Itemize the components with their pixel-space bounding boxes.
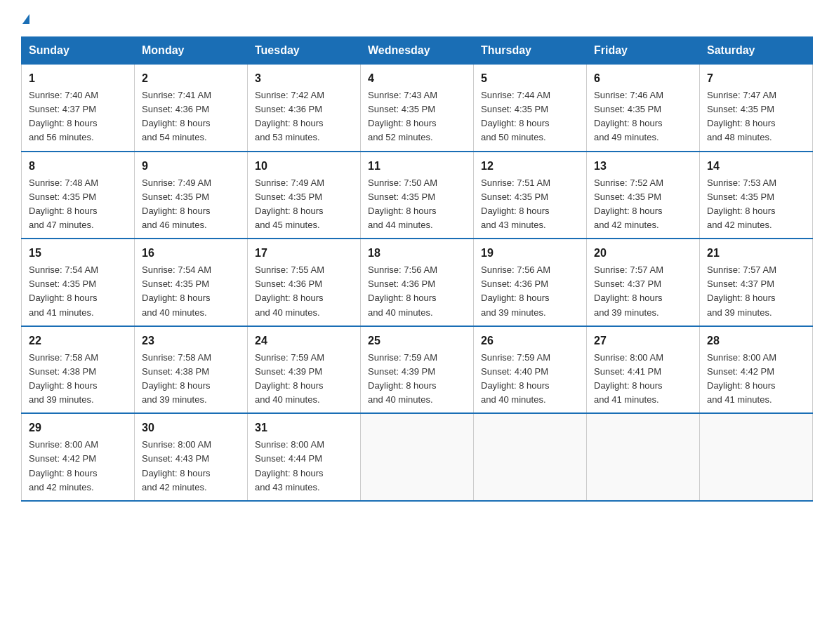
calendar-week-row: 15 Sunrise: 7:54 AM Sunset: 4:35 PM Dayl… (22, 239, 813, 326)
calendar-day-cell: 18 Sunrise: 7:56 AM Sunset: 4:36 PM Dayl… (361, 239, 474, 326)
calendar-day-cell: 31 Sunrise: 8:00 AM Sunset: 4:44 PM Dayl… (248, 413, 361, 501)
day-info: Sunrise: 7:58 AM Sunset: 4:38 PM Dayligh… (29, 351, 127, 408)
calendar-day-cell: 4 Sunrise: 7:43 AM Sunset: 4:35 PM Dayli… (361, 65, 474, 152)
day-info: Sunrise: 7:48 AM Sunset: 4:35 PM Dayligh… (29, 176, 127, 233)
day-of-week-header-saturday: Saturday (700, 37, 813, 65)
day-number: 14 (707, 158, 805, 175)
day-number: 16 (142, 245, 240, 262)
calendar-day-cell: 25 Sunrise: 7:59 AM Sunset: 4:39 PM Dayl… (361, 326, 474, 414)
day-info: Sunrise: 7:59 AM Sunset: 4:40 PM Dayligh… (481, 351, 579, 408)
day-number: 31 (255, 420, 353, 436)
day-of-week-header-tuesday: Tuesday (248, 37, 361, 65)
calendar-week-row: 29 Sunrise: 8:00 AM Sunset: 4:42 PM Dayl… (22, 413, 813, 501)
calendar-day-cell: 3 Sunrise: 7:42 AM Sunset: 4:36 PM Dayli… (248, 65, 361, 152)
day-info: Sunrise: 8:00 AM Sunset: 4:42 PM Dayligh… (707, 351, 805, 408)
day-number: 18 (368, 245, 466, 262)
day-info: Sunrise: 8:00 AM Sunset: 4:43 PM Dayligh… (142, 438, 240, 495)
calendar-day-cell: 27 Sunrise: 8:00 AM Sunset: 4:41 PM Dayl… (587, 326, 700, 414)
calendar-day-cell: 16 Sunrise: 7:54 AM Sunset: 4:35 PM Dayl… (135, 239, 248, 326)
calendar-day-cell: 7 Sunrise: 7:47 AM Sunset: 4:35 PM Dayli… (700, 65, 813, 152)
day-number: 22 (29, 333, 127, 349)
calendar-day-cell: 5 Sunrise: 7:44 AM Sunset: 4:35 PM Dayli… (474, 65, 587, 152)
day-info: Sunrise: 7:56 AM Sunset: 4:36 PM Dayligh… (368, 263, 466, 320)
calendar-day-cell (587, 413, 700, 501)
calendar-day-cell (361, 413, 474, 501)
day-number: 30 (142, 420, 240, 436)
day-of-week-header-sunday: Sunday (22, 37, 135, 65)
day-number: 8 (29, 158, 127, 175)
day-info: Sunrise: 7:43 AM Sunset: 4:35 PM Dayligh… (368, 88, 466, 145)
day-info: Sunrise: 7:59 AM Sunset: 4:39 PM Dayligh… (255, 351, 353, 408)
day-number: 29 (29, 420, 127, 436)
day-of-week-header-friday: Friday (587, 37, 700, 65)
day-info: Sunrise: 7:50 AM Sunset: 4:35 PM Dayligh… (368, 176, 466, 233)
day-number: 21 (707, 245, 805, 262)
calendar-day-cell: 20 Sunrise: 7:57 AM Sunset: 4:37 PM Dayl… (587, 239, 700, 326)
calendar-day-cell: 10 Sunrise: 7:49 AM Sunset: 4:35 PM Dayl… (248, 152, 361, 239)
day-info: Sunrise: 7:41 AM Sunset: 4:36 PM Dayligh… (142, 88, 240, 145)
day-number: 9 (142, 158, 240, 175)
day-info: Sunrise: 7:55 AM Sunset: 4:36 PM Dayligh… (255, 263, 353, 320)
day-of-week-header-thursday: Thursday (474, 37, 587, 65)
day-info: Sunrise: 7:46 AM Sunset: 4:35 PM Dayligh… (594, 88, 692, 145)
day-number: 17 (255, 245, 353, 262)
day-number: 5 (481, 70, 579, 87)
day-number: 13 (594, 158, 692, 175)
calendar-day-cell: 8 Sunrise: 7:48 AM Sunset: 4:35 PM Dayli… (22, 152, 135, 239)
day-info: Sunrise: 7:42 AM Sunset: 4:36 PM Dayligh… (255, 88, 353, 145)
day-number: 24 (255, 333, 353, 349)
day-info: Sunrise: 7:54 AM Sunset: 4:35 PM Dayligh… (142, 263, 240, 320)
calendar-day-cell: 21 Sunrise: 7:57 AM Sunset: 4:37 PM Dayl… (700, 239, 813, 326)
day-info: Sunrise: 7:40 AM Sunset: 4:37 PM Dayligh… (29, 88, 127, 145)
calendar-day-cell: 14 Sunrise: 7:53 AM Sunset: 4:35 PM Dayl… (700, 152, 813, 239)
day-number: 27 (594, 333, 692, 349)
day-number: 7 (707, 70, 805, 87)
logo-triangle-icon (22, 14, 29, 24)
day-info: Sunrise: 7:53 AM Sunset: 4:35 PM Dayligh… (707, 176, 805, 233)
day-number: 4 (368, 70, 466, 87)
calendar-header-row: SundayMondayTuesdayWednesdayThursdayFrid… (22, 37, 813, 65)
day-number: 28 (707, 333, 805, 349)
day-info: Sunrise: 7:58 AM Sunset: 4:38 PM Dayligh… (142, 351, 240, 408)
calendar-week-row: 8 Sunrise: 7:48 AM Sunset: 4:35 PM Dayli… (22, 152, 813, 239)
calendar-day-cell: 19 Sunrise: 7:56 AM Sunset: 4:36 PM Dayl… (474, 239, 587, 326)
day-number: 12 (481, 158, 579, 175)
calendar-day-cell: 13 Sunrise: 7:52 AM Sunset: 4:35 PM Dayl… (587, 152, 700, 239)
calendar-day-cell: 28 Sunrise: 8:00 AM Sunset: 4:42 PM Dayl… (700, 326, 813, 414)
calendar-week-row: 1 Sunrise: 7:40 AM Sunset: 4:37 PM Dayli… (22, 65, 813, 152)
calendar-day-cell: 24 Sunrise: 7:59 AM Sunset: 4:39 PM Dayl… (248, 326, 361, 414)
day-info: Sunrise: 7:49 AM Sunset: 4:35 PM Dayligh… (255, 176, 353, 233)
day-info: Sunrise: 8:00 AM Sunset: 4:41 PM Dayligh… (594, 351, 692, 408)
calendar-day-cell: 12 Sunrise: 7:51 AM Sunset: 4:35 PM Dayl… (474, 152, 587, 239)
day-number: 2 (142, 70, 240, 87)
day-number: 10 (255, 158, 353, 175)
day-info: Sunrise: 7:57 AM Sunset: 4:37 PM Dayligh… (594, 263, 692, 320)
day-info: Sunrise: 7:44 AM Sunset: 4:35 PM Dayligh… (481, 88, 579, 145)
day-number: 26 (481, 333, 579, 349)
day-info: Sunrise: 7:56 AM Sunset: 4:36 PM Dayligh… (481, 263, 579, 320)
day-number: 23 (142, 333, 240, 349)
calendar-day-cell: 30 Sunrise: 8:00 AM Sunset: 4:43 PM Dayl… (135, 413, 248, 501)
day-number: 1 (29, 70, 127, 87)
day-number: 6 (594, 70, 692, 87)
day-info: Sunrise: 7:54 AM Sunset: 4:35 PM Dayligh… (29, 263, 127, 320)
day-info: Sunrise: 7:57 AM Sunset: 4:37 PM Dayligh… (707, 263, 805, 320)
calendar-day-cell (474, 413, 587, 501)
day-number: 15 (29, 245, 127, 262)
day-number: 20 (594, 245, 692, 262)
calendar-day-cell: 6 Sunrise: 7:46 AM Sunset: 4:35 PM Dayli… (587, 65, 700, 152)
day-info: Sunrise: 7:52 AM Sunset: 4:35 PM Dayligh… (594, 176, 692, 233)
day-info: Sunrise: 7:59 AM Sunset: 4:39 PM Dayligh… (368, 351, 466, 408)
calendar-day-cell: 1 Sunrise: 7:40 AM Sunset: 4:37 PM Dayli… (22, 65, 135, 152)
day-info: Sunrise: 8:00 AM Sunset: 4:42 PM Dayligh… (29, 438, 127, 495)
day-info: Sunrise: 7:49 AM Sunset: 4:35 PM Dayligh… (142, 176, 240, 233)
calendar-day-cell: 26 Sunrise: 7:59 AM Sunset: 4:40 PM Dayl… (474, 326, 587, 414)
day-number: 3 (255, 70, 353, 87)
calendar-day-cell: 9 Sunrise: 7:49 AM Sunset: 4:35 PM Dayli… (135, 152, 248, 239)
calendar-day-cell: 23 Sunrise: 7:58 AM Sunset: 4:38 PM Dayl… (135, 326, 248, 414)
day-of-week-header-wednesday: Wednesday (361, 37, 474, 65)
calendar-day-cell: 11 Sunrise: 7:50 AM Sunset: 4:35 PM Dayl… (361, 152, 474, 239)
day-number: 25 (368, 333, 466, 349)
calendar-day-cell: 29 Sunrise: 8:00 AM Sunset: 4:42 PM Dayl… (22, 413, 135, 501)
day-of-week-header-monday: Monday (135, 37, 248, 65)
